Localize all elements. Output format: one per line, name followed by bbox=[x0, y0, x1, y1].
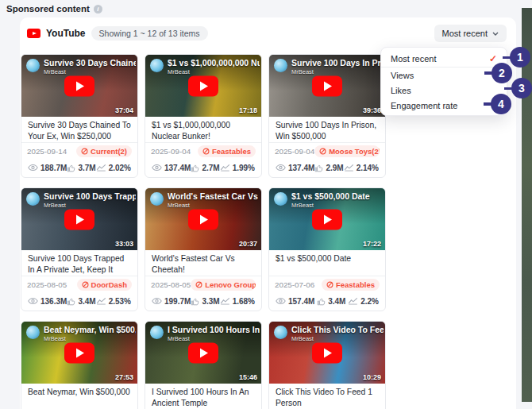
channel-avatar bbox=[274, 192, 287, 206]
channel-avatar bbox=[150, 192, 164, 206]
play-button-icon[interactable] bbox=[188, 210, 218, 230]
thumbnail-overlay-title: World's Fastest Car Vs Cheetah bbox=[168, 191, 260, 201]
check-icon: ✓ bbox=[489, 53, 497, 64]
video-thumbnail[interactable]: $1 vs $500,000 Date MrBeast 17:22 bbox=[269, 188, 385, 250]
sponsor-tag[interactable]: Lenovo Group Li... (2) bbox=[191, 279, 256, 291]
likes-value: 3.4M bbox=[328, 297, 345, 306]
likes-value: 3.7M bbox=[78, 164, 95, 172]
annotation-circle-4: 4 bbox=[491, 94, 511, 114]
sponsor-tag[interactable]: Feastables bbox=[322, 279, 380, 291]
play-button-icon[interactable] bbox=[312, 76, 342, 97]
sponsor-tag-icon bbox=[319, 148, 326, 155]
likes-stat: 3.3M bbox=[191, 297, 219, 306]
sponsor-tag[interactable]: Current(2) bbox=[76, 145, 132, 157]
sponsor-tag-icon bbox=[81, 148, 88, 155]
thumbs-up-icon bbox=[191, 297, 199, 306]
video-title: Survive 100 Days Trapped In A Private Je… bbox=[21, 250, 137, 276]
annotation-circle-1: 1 bbox=[510, 47, 530, 68]
sort-dropdown-menu: Most recent ✓ Views Likes Engagement rat… bbox=[380, 47, 507, 116]
menu-item-label: Likes bbox=[391, 86, 411, 95]
likes-stat: 3.4M bbox=[317, 297, 345, 306]
menu-item-most-recent[interactable]: Most recent ✓ bbox=[381, 50, 507, 67]
video-title: Click This Video To Feed 1 Person bbox=[269, 384, 385, 409]
card-stats-row: 157.4M 3.4M 2.2% bbox=[269, 293, 385, 311]
video-thumbnail[interactable]: Survive 100 Days Trapped MrBeast 33:03 bbox=[21, 188, 137, 250]
video-thumbnail[interactable]: Click This Video To Feed 1 MrBeast 10:29 bbox=[269, 322, 385, 384]
thumbs-up-icon bbox=[317, 297, 326, 306]
video-thumbnail[interactable]: Beat Neymar, Win $500,000 MrBeast 27:53 bbox=[21, 322, 137, 384]
thumbnail-overlay-title: Survive 100 Days Trapped bbox=[44, 191, 136, 201]
menu-item-views[interactable]: Views bbox=[381, 68, 507, 83]
video-thumbnail[interactable]: Survive 100 Days In Prison MrBeast 39:36 bbox=[269, 55, 385, 117]
video-title: Survive 100 Days In Prison, Win $500,000 bbox=[269, 117, 385, 142]
card-stats-row: 199.7M 3.3M 1.68% bbox=[145, 293, 261, 311]
info-icon[interactable]: i bbox=[94, 5, 102, 14]
video-card[interactable]: Survive 30 Days Chained To MrBeast 37:04… bbox=[21, 54, 138, 178]
video-card[interactable]: World's Fastest Car Vs Cheetah MrBeast 2… bbox=[145, 187, 262, 311]
thumbnail-overlay-title: $1 vs $500,000 Date bbox=[291, 191, 384, 201]
thumbnail-channel-name: MrBeast bbox=[168, 68, 190, 75]
views-value: 137.4M bbox=[288, 164, 314, 172]
views-value: 188.7M bbox=[40, 164, 67, 172]
menu-item-likes[interactable]: Likes bbox=[381, 83, 507, 98]
video-card[interactable]: I Survived 100 Hours In An MrBeast 15:46… bbox=[145, 321, 262, 409]
eye-icon bbox=[276, 297, 286, 305]
thumbs-up-icon bbox=[67, 297, 75, 306]
video-card[interactable]: Survive 100 Days In Prison MrBeast 39:36… bbox=[268, 54, 386, 178]
video-card[interactable]: Survive 100 Days Trapped MrBeast 33:03 S… bbox=[21, 187, 138, 311]
likes-stat: 3.7M bbox=[67, 164, 95, 172]
card-meta-row: 2025-08-05 DoorDash bbox=[21, 276, 137, 293]
sponsor-tag[interactable]: DoorDash bbox=[77, 279, 132, 291]
video-card[interactable]: $1 vs $1,000,000,000 Nuclear MrBeast 17:… bbox=[145, 54, 262, 178]
play-button-icon[interactable] bbox=[64, 210, 94, 230]
sponsor-tag[interactable]: Moose Toys(2) bbox=[314, 145, 380, 157]
engagement-value: 1.99% bbox=[233, 164, 255, 172]
channel-avatar bbox=[274, 326, 287, 339]
thumbs-up-icon bbox=[67, 164, 75, 172]
video-thumbnail[interactable]: I Survived 100 Hours In An MrBeast 15:46 bbox=[145, 322, 261, 384]
engagement-value: 2.53% bbox=[109, 297, 131, 306]
eye-icon bbox=[28, 164, 38, 172]
play-button-icon[interactable] bbox=[64, 343, 94, 364]
video-title: I Survived 100 Hours In An Ancient Templ… bbox=[145, 384, 261, 409]
video-thumbnail[interactable]: Survive 30 Days Chained To MrBeast 37:04 bbox=[21, 55, 137, 117]
thumbnail-channel-name: MrBeast bbox=[44, 335, 66, 342]
play-button-icon[interactable] bbox=[64, 76, 94, 97]
video-thumbnail[interactable]: World's Fastest Car Vs Cheetah MrBeast 2… bbox=[145, 188, 261, 250]
sponsor-tag-icon bbox=[82, 281, 89, 288]
video-duration: 27:53 bbox=[115, 373, 133, 381]
sort-dropdown-button[interactable]: Most recent bbox=[434, 25, 507, 42]
line-chart-icon bbox=[220, 297, 230, 305]
video-card[interactable]: Beat Neymar, Win $500,000 MrBeast 27:53 … bbox=[21, 321, 138, 409]
engagement-stat: 1.68% bbox=[220, 297, 255, 306]
video-card[interactable]: Click This Video To Feed 1 MrBeast 10:29… bbox=[268, 321, 386, 409]
engagement-stat: 2.14% bbox=[344, 164, 379, 172]
publish-date: 2025-08-05 bbox=[27, 280, 67, 289]
engagement-value: 1.68% bbox=[233, 297, 255, 306]
play-button-icon[interactable] bbox=[312, 343, 342, 364]
likes-value: 3.4M bbox=[78, 297, 95, 306]
video-thumbnail[interactable]: $1 vs $1,000,000,000 Nuclear MrBeast 17:… bbox=[145, 55, 261, 117]
views-value: 157.4M bbox=[288, 297, 314, 306]
views-stat: 199.7M bbox=[152, 297, 191, 306]
play-button-icon[interactable] bbox=[312, 210, 342, 230]
card-meta-row: 2025-07-06 Feastables bbox=[269, 276, 385, 293]
menu-item-label: Views bbox=[391, 71, 414, 80]
play-button-icon[interactable] bbox=[188, 76, 218, 97]
page-heading: Sponsored content i bbox=[6, 4, 102, 14]
views-stat: 188.7M bbox=[28, 164, 67, 172]
video-title: $1 vs $500,000 Date bbox=[269, 250, 385, 276]
thumbnail-channel-name: MrBeast bbox=[168, 202, 190, 209]
thumbnail-channel-name: MrBeast bbox=[291, 68, 314, 75]
video-duration: 17:18 bbox=[239, 106, 257, 114]
thumbs-up-icon bbox=[191, 164, 199, 172]
sponsor-tag[interactable]: Feastables bbox=[198, 145, 256, 157]
thumbnail-overlay-title: Survive 100 Days In Prison bbox=[291, 58, 384, 68]
platform-name: YouTube bbox=[46, 28, 86, 39]
line-chart-icon bbox=[348, 297, 358, 305]
likes-stat: 2.9M bbox=[314, 164, 343, 172]
publish-date: 2025-09-04 bbox=[151, 147, 191, 156]
video-card[interactable]: $1 vs $500,000 Date MrBeast 17:22 $1 vs … bbox=[268, 187, 386, 311]
menu-item-engagement-rate[interactable]: Engagement rate bbox=[381, 98, 507, 113]
play-button-icon[interactable] bbox=[188, 343, 218, 364]
